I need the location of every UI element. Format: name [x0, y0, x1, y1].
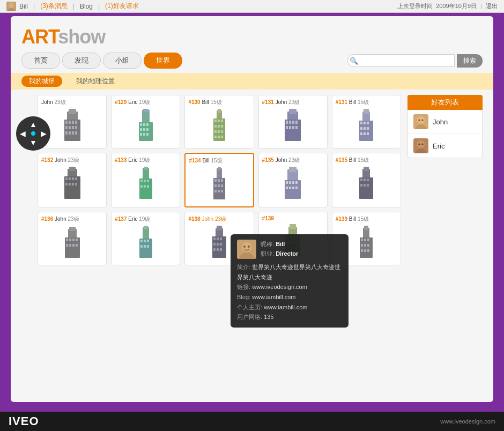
- svg-rect-106: [295, 181, 298, 184]
- card-level-5: 15级: [358, 99, 369, 105]
- search-input[interactable]: [347, 54, 455, 67]
- card-num-10: #135: [336, 157, 347, 163]
- svg-rect-116: [367, 179, 369, 181]
- building-card-7[interactable]: #133 Eric 19级: [111, 153, 180, 207]
- svg-rect-70: [69, 167, 76, 171]
- svg-rect-43: [218, 136, 220, 138]
- svg-rect-14: [65, 131, 68, 135]
- building-card-4[interactable]: #131 John 23级: [258, 95, 328, 148]
- card-num-2: #129: [115, 99, 127, 105]
- svg-rect-77: [72, 183, 74, 185]
- svg-rect-110: [295, 187, 298, 189]
- building-img-12: [115, 224, 176, 262]
- card-num-9: #135: [262, 157, 274, 163]
- svg-rect-49: [289, 121, 291, 124]
- arrow-center-dot: [31, 131, 35, 136]
- card-owner-4: John: [276, 99, 287, 105]
- svg-rect-134: [140, 240, 143, 242]
- blog-value[interactable]: www.iambill.com: [252, 294, 295, 300]
- building-card-10[interactable]: #135 Bill 15级: [332, 153, 401, 207]
- svg-rect-148: [220, 243, 222, 246]
- svg-rect-66: [364, 132, 366, 135]
- subtab-my-location[interactable]: 我的地理位置: [69, 76, 122, 87]
- svg-rect-74: [75, 177, 77, 180]
- svg-rect-11: [69, 126, 71, 129]
- nav-arrows: ▲ ▼ ◀ ▶: [16, 116, 50, 151]
- svg-rect-38: [221, 125, 223, 128]
- svg-rect-85: [140, 185, 143, 188]
- card-header-5: #131 Bill 15级: [336, 99, 397, 106]
- friend-item-john[interactable]: John: [408, 110, 482, 134]
- nav-discover[interactable]: 发现: [62, 53, 101, 69]
- arrow-down[interactable]: ▼: [29, 138, 37, 147]
- friends-link[interactable]: (1)好友请求: [105, 2, 139, 11]
- svg-rect-96: [221, 184, 223, 187]
- building-card-2[interactable]: #129 Eric 19级: [111, 95, 180, 148]
- building-card-8[interactable]: #134 Bill 15级: [184, 153, 254, 207]
- nav-world[interactable]: 世界: [144, 53, 182, 69]
- card-owner-2: Eric: [128, 99, 137, 105]
- friend-item-eric[interactable]: Eric: [408, 134, 482, 158]
- link-value[interactable]: www.iveodesign.com: [252, 284, 307, 290]
- building-card-9[interactable]: #135 John 23级: [258, 153, 328, 207]
- app-logo: ARTshow: [21, 26, 483, 48]
- svg-rect-37: [218, 125, 220, 128]
- svg-rect-63: [364, 127, 366, 130]
- arrow-left[interactable]: ◀: [20, 129, 26, 138]
- svg-rect-17: [75, 131, 77, 135]
- topbar: Bill | (3)条消息 | Blog | (1)好友请求 上次登录时间 20…: [0, 0, 504, 13]
- building-card-3[interactable]: #130 Bill 15级: [184, 95, 254, 148]
- username-label[interactable]: Bill: [19, 3, 28, 10]
- building-card-12[interactable]: #137 Eric 19级: [111, 212, 180, 265]
- nav-groups[interactable]: 小组: [103, 53, 142, 69]
- svg-point-1: [9, 3, 14, 8]
- nav-home[interactable]: 首页: [21, 53, 60, 69]
- subtab-my-city[interactable]: 我的城堡: [21, 76, 62, 87]
- svg-rect-107: [286, 187, 288, 189]
- svg-rect-62: [360, 127, 362, 130]
- svg-point-178: [243, 246, 246, 248]
- card-level-7: 19级: [139, 157, 150, 163]
- blog-link[interactable]: Blog: [80, 3, 93, 10]
- building-card-6[interactable]: #132 John 23级: [38, 153, 107, 207]
- svg-rect-64: [367, 127, 369, 130]
- svg-rect-126: [76, 239, 78, 241]
- arrow-up[interactable]: ▲: [29, 120, 37, 129]
- building-img-5: [336, 107, 397, 145]
- search-button[interactable]: 搜索: [457, 54, 483, 68]
- svg-rect-90: [218, 167, 221, 170]
- card-header-9: #135 John 23级: [262, 157, 324, 164]
- card-level-15: 15级: [358, 216, 369, 222]
- intro-label: 简介:: [237, 264, 250, 270]
- svg-rect-59: [360, 122, 362, 124]
- arrow-right[interactable]: ▶: [41, 129, 47, 138]
- messages-link[interactable]: (3)条消息: [40, 2, 68, 11]
- personal-value[interactable]: www.iambill.com: [264, 304, 307, 310]
- svg-rect-135: [144, 240, 146, 242]
- card-header-8: #134 Bill 15级: [189, 157, 249, 165]
- building-card-5[interactable]: #131 Bill 15级: [332, 95, 401, 148]
- card-header-2: #129 Eric 19级: [115, 99, 176, 106]
- svg-rect-174: [367, 249, 369, 252]
- svg-rect-98: [218, 190, 220, 192]
- card-level-8: 15级: [211, 158, 223, 164]
- building-card-11[interactable]: #136 John 23级: [38, 212, 107, 265]
- svg-rect-6: [65, 121, 68, 124]
- grid-wrapper: ▲ ▼ ◀ ▶ John 23级: [21, 95, 401, 265]
- svg-rect-23: [146, 123, 149, 126]
- building-img-10: [336, 165, 397, 203]
- svg-rect-48: [286, 121, 288, 124]
- card-level-11: 23级: [68, 216, 79, 222]
- topbar-left: Bill | (3)条消息 | Blog | (1)好友请求: [6, 2, 139, 11]
- sep1: |: [33, 3, 35, 10]
- card-header-1: John 23级: [41, 99, 103, 106]
- svg-rect-76: [69, 183, 71, 185]
- svg-rect-97: [214, 190, 217, 192]
- logout-link[interactable]: 退出: [486, 3, 498, 9]
- card-num-8: #134: [189, 158, 201, 164]
- user-avatar: [6, 2, 16, 11]
- last-login-date: 2009年10月9日: [436, 3, 477, 9]
- svg-rect-22: [143, 123, 145, 126]
- card-header-6: #132 John 23级: [41, 157, 103, 164]
- friends-header: 好友列表: [407, 95, 483, 110]
